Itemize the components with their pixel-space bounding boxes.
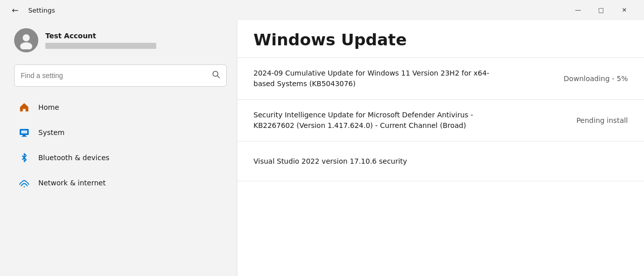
sidebar-item-system-label: System [38,128,65,136]
sidebar: Test Account H [0,20,237,276]
update-item-1: Security Intelligence Update for Microso… [237,99,644,141]
title-bar: ← Settings — □ ✕ [0,0,644,20]
page-title: Windows Update [253,30,628,49]
search-wrapper [0,59,237,95]
update-item-0: 2024-09 Cumulative Update for Windows 11… [237,57,644,99]
close-button[interactable]: ✕ [613,2,636,18]
home-icon [18,101,30,113]
svg-point-0 [23,34,30,41]
svg-line-3 [218,76,220,78]
title-bar-title: Settings [28,7,55,14]
svg-rect-7 [22,136,27,137]
update-name-0: 2024-09 Cumulative Update for Windows 11… [253,68,495,89]
search-box[interactable] [14,64,227,87]
search-input[interactable] [21,72,208,80]
title-bar-left: ← Settings [8,3,566,17]
sidebar-item-bluetooth[interactable]: Bluetooth & devices [4,146,233,170]
network-icon [18,177,30,189]
main-content: Windows Update 2024-09 Cumulative Update… [237,20,644,276]
user-email-bar [45,43,156,49]
avatar [14,28,38,52]
update-list: 2024-09 Cumulative Update for Windows 11… [237,57,644,276]
bluetooth-icon [18,152,30,164]
svg-point-8 [24,186,25,187]
sidebar-item-network[interactable]: Network & internet [4,171,233,195]
svg-rect-5 [21,130,27,133]
system-icon [18,126,30,139]
user-info: Test Account [45,32,227,49]
window-controls: — □ ✕ [566,2,636,18]
minimize-button[interactable]: — [566,2,590,18]
content-header: Windows Update [237,20,644,57]
search-icon [212,71,220,81]
avatar-icon [17,31,35,49]
sidebar-item-system[interactable]: System [4,120,233,145]
maximize-button[interactable]: □ [590,2,613,18]
svg-rect-6 [23,135,26,136]
update-status-0: Downloading - 5% [564,75,628,83]
update-name-2: Visual Studio 2022 version 17.10.6 secur… [253,156,407,167]
back-button[interactable]: ← [8,3,22,17]
sidebar-item-bluetooth-label: Bluetooth & devices [38,154,109,162]
sidebar-item-network-label: Network & internet [38,179,106,187]
update-item-2: Visual Studio 2022 version 17.10.6 secur… [237,141,644,181]
svg-point-1 [20,42,32,49]
update-status-1: Pending install [576,116,628,124]
sidebar-item-home-label: Home [38,103,59,111]
user-name: Test Account [45,32,227,40]
update-name-1: Security Intelligence Update for Microso… [253,110,495,131]
user-profile[interactable]: Test Account [0,20,237,59]
sidebar-item-home[interactable]: Home [4,95,233,119]
app-body: Test Account H [0,20,644,276]
